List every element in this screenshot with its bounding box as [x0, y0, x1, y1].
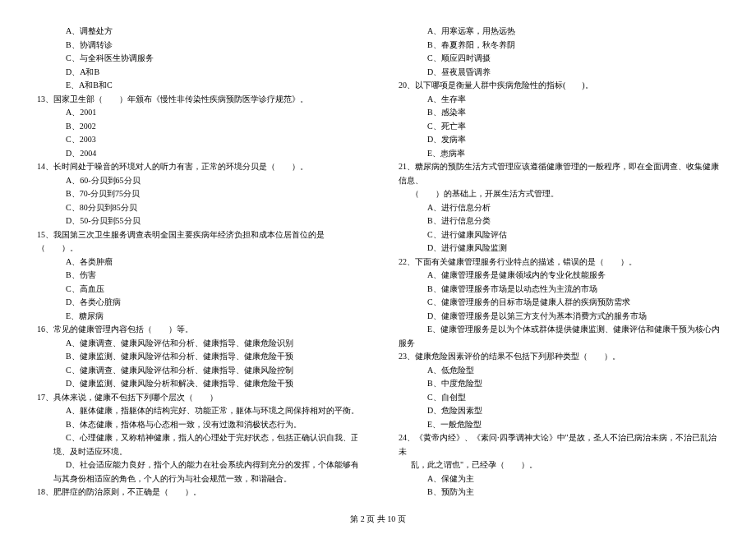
question-text: 13、国家卫生部（ ）年颁布《慢性非传染性疾病预防医学诊疗规范》。	[37, 93, 357, 107]
answer-option: B、进行信息分类	[399, 214, 719, 228]
answer-option: B、健康监测、健康风险评估和分析、健康指导、健康危险干预	[37, 350, 357, 364]
answer-option: C、与全科医生协调服务	[37, 52, 357, 66]
answer-option: D、危险因素型	[399, 404, 719, 418]
answer-option: E、患病率	[399, 147, 719, 161]
answer-option: A、进行信息分析	[399, 201, 719, 215]
answer-option: D、A和B	[37, 66, 357, 80]
answer-option: A、健康调查、健康风险评估和分析、健康指导、健康危险识别	[37, 337, 357, 351]
answer-option: C、顺应四时调摄	[399, 52, 719, 66]
answer-option: B、2002	[37, 120, 357, 134]
answer-option: C、死亡率	[399, 120, 719, 134]
answer-option: A、各类肿瘤	[37, 255, 357, 269]
answer-option: D、发病率	[399, 133, 719, 147]
answer-option: C、健康调查、健康风险评估和分析、健康指导、健康风险控制	[37, 364, 357, 378]
answer-option: B、70-分贝到75分贝	[37, 187, 357, 201]
answer-option: D、健康管理服务是以第三方支付为基本消费方式的服务市场	[399, 310, 719, 324]
answer-option: D、50-分贝到55分贝	[37, 214, 357, 228]
answer-option: A、低危险型	[399, 364, 719, 378]
answer-option: A、60-分贝到65分贝	[37, 174, 357, 188]
answer-option: D、各类心脏病	[37, 296, 357, 310]
question-text: 20、以下哪项是衡量人群中疾病危险性的指标( )。	[399, 79, 719, 93]
question-text: 23、健康危险因素评价的结果不包括下列那种类型（ ）。	[399, 350, 719, 364]
answer-option: C、高血压	[37, 283, 357, 297]
answer-option: B、中度危险型	[399, 377, 719, 391]
answer-option: A、2001	[37, 106, 357, 120]
question-text: 17、具体来说，健康不包括下列哪个层次（ ）	[37, 391, 357, 405]
answer-option: B、健康管理服务市场是以动态性为主流的市场	[399, 283, 719, 297]
answer-option: B、感染率	[399, 106, 719, 120]
answer-option: B、春夏养阳，秋冬养阴	[399, 39, 719, 53]
option-continuation: 境、及时适应环境。	[37, 445, 357, 459]
page-footer: 第 2 页 共 10 页	[0, 513, 756, 527]
question-text: 服务	[399, 337, 719, 351]
answer-option: C、自创型	[399, 391, 719, 405]
left-column: A、调整处方B、协调转诊C、与全科医生协调服务D、A和BE、A和B和C13、国家…	[37, 25, 357, 497]
document-page: A、调整处方B、协调转诊C、与全科医生协调服务D、A和BE、A和B和C13、国家…	[37, 25, 719, 497]
question-text: 16、常见的健康管理内容包括（ ）等。	[37, 323, 357, 337]
answer-option: A、健康管理服务是健康领域内的专业化技能服务	[399, 269, 719, 283]
answer-option: B、伤害	[37, 269, 357, 283]
answer-option: A、保健为主	[399, 472, 719, 486]
answer-option: D、健康监测、健康风险分析和解决、健康指导、健康危险干预	[37, 377, 357, 391]
answer-option: E、一般危险型	[399, 418, 719, 432]
answer-option: B、预防为主	[399, 486, 719, 497]
question-continuation: （ ）的基础上，开展生活方式管理。	[399, 187, 719, 201]
answer-option: E、健康管理服务是以为个体或群体提供健康监测、健康评估和健康干预为核心内容的专业	[399, 323, 719, 337]
answer-option: E、糖尿病	[37, 310, 357, 324]
answer-option: D、社会适应能力良好，指个人的能力在社会系统内得到充分的发挥，个体能够有效地扮演	[37, 458, 357, 472]
answer-option: C、健康管理服务的目标市场是健康人群的疾病预防需求	[399, 296, 719, 310]
answer-option: A、躯体健康，指躯体的结构完好、功能正常，躯体与环境之间保持相对的平衡。	[37, 404, 357, 418]
question-text: 22、下面有关健康管理服务行业特点的描述，错误的是（ ）。	[399, 255, 719, 269]
answer-option: B、体态健康，指体格与心态相一致，没有过激和消极状态行为。	[37, 418, 357, 432]
question-text: 18、肥胖症的防治原则，不正确是（ ）。	[37, 486, 357, 497]
answer-option: C、进行健康风险评估	[399, 228, 719, 242]
question-text: 15、我国第三次卫生服务调查表明全国主要疾病年经济负担和成本位居首位的是（ ）。	[37, 228, 357, 255]
right-column: A、用寒远寒，用热远热B、春夏养阳，秋冬养阴C、顺应四时调摄D、昼夜晨昏调养20…	[399, 25, 719, 497]
question-text: 21、糖尿病的预防生活方式管理应该遵循健康管理的一般程序，即在全面调查、收集健康…	[399, 160, 719, 187]
answer-option: D、昼夜晨昏调养	[399, 66, 719, 80]
question-text: 14、长时间处于噪音的环境对人的听力有害，正常的环境分贝是（ ）。	[37, 160, 357, 174]
answer-option: C、80分贝到85分贝	[37, 201, 357, 215]
answer-option: B、协调转诊	[37, 39, 357, 53]
answer-option: D、进行健康风险监测	[399, 242, 719, 255]
answer-option: A、调整处方	[37, 25, 357, 39]
answer-option: A、生存率	[399, 93, 719, 107]
answer-option: C、心理健康，又称精神健康，指人的心理处于完好状态，包括正确认识自我、正确认识环	[37, 431, 357, 445]
question-text: 24、《黄帝内经》、《素问·四季调神大论》中"是故，圣人不治已病治未病，不治已乱…	[399, 431, 719, 458]
option-continuation: 与其身份相适应的角色，个人的行为与社会规范一致，和谐融合。	[37, 472, 357, 486]
answer-option: A、用寒远寒，用热远热	[399, 25, 719, 39]
answer-option: E、A和B和C	[37, 79, 357, 93]
answer-option: D、2004	[37, 147, 357, 161]
question-continuation: 乱，此之谓也"，已经孕（ ）。	[399, 458, 719, 472]
answer-option: C、2003	[37, 133, 357, 147]
